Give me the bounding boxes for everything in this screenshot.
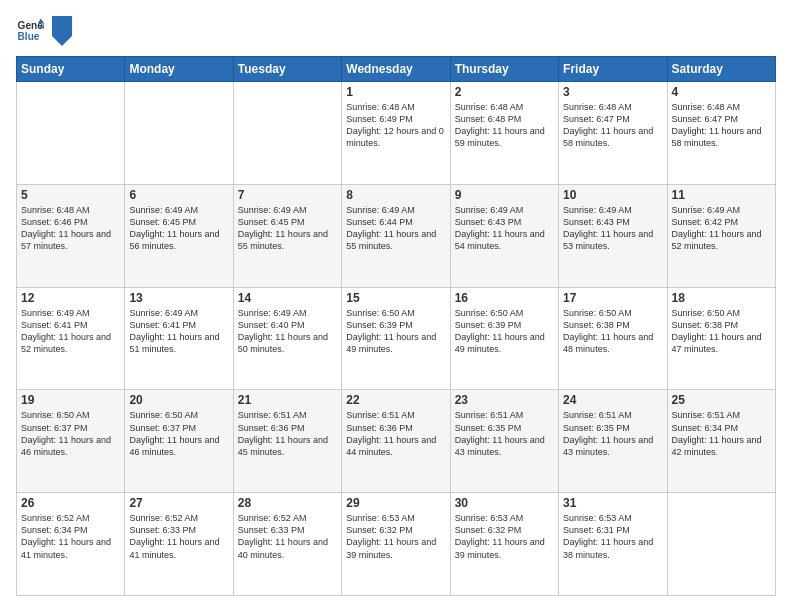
day-number: 19 [21,393,120,407]
logo-icon: General Blue [16,17,44,45]
cell-info: Sunrise: 6:52 AMSunset: 6:33 PMDaylight:… [129,512,228,561]
day-number: 5 [21,188,120,202]
cell-info: Sunrise: 6:51 AMSunset: 6:34 PMDaylight:… [672,409,771,458]
calendar-cell: 20Sunrise: 6:50 AMSunset: 6:37 PMDayligh… [125,390,233,493]
cell-info: Sunrise: 6:49 AMSunset: 6:40 PMDaylight:… [238,307,337,356]
cell-info: Sunrise: 6:49 AMSunset: 6:44 PMDaylight:… [346,204,445,253]
cell-info: Sunrise: 6:51 AMSunset: 6:35 PMDaylight:… [455,409,554,458]
calendar-cell: 29Sunrise: 6:53 AMSunset: 6:32 PMDayligh… [342,493,450,596]
day-number: 14 [238,291,337,305]
day-number: 2 [455,85,554,99]
day-number: 24 [563,393,662,407]
logo: General Blue [16,16,72,46]
day-number: 16 [455,291,554,305]
cell-info: Sunrise: 6:50 AMSunset: 6:39 PMDaylight:… [346,307,445,356]
calendar-cell: 26Sunrise: 6:52 AMSunset: 6:34 PMDayligh… [17,493,125,596]
day-of-week-header: Sunday [17,57,125,82]
day-number: 3 [563,85,662,99]
calendar-cell: 24Sunrise: 6:51 AMSunset: 6:35 PMDayligh… [559,390,667,493]
calendar-cell: 6Sunrise: 6:49 AMSunset: 6:45 PMDaylight… [125,184,233,287]
calendar-cell: 16Sunrise: 6:50 AMSunset: 6:39 PMDayligh… [450,287,558,390]
calendar-cell: 27Sunrise: 6:52 AMSunset: 6:33 PMDayligh… [125,493,233,596]
cell-info: Sunrise: 6:48 AMSunset: 6:47 PMDaylight:… [672,101,771,150]
day-of-week-header: Monday [125,57,233,82]
day-number: 4 [672,85,771,99]
cell-info: Sunrise: 6:53 AMSunset: 6:31 PMDaylight:… [563,512,662,561]
calendar-cell: 5Sunrise: 6:48 AMSunset: 6:46 PMDaylight… [17,184,125,287]
day-of-week-header: Friday [559,57,667,82]
calendar-cell: 1Sunrise: 6:48 AMSunset: 6:49 PMDaylight… [342,82,450,185]
day-number: 18 [672,291,771,305]
cell-info: Sunrise: 6:52 AMSunset: 6:34 PMDaylight:… [21,512,120,561]
calendar-cell: 8Sunrise: 6:49 AMSunset: 6:44 PMDaylight… [342,184,450,287]
day-of-week-header: Thursday [450,57,558,82]
day-number: 1 [346,85,445,99]
cell-info: Sunrise: 6:50 AMSunset: 6:38 PMDaylight:… [672,307,771,356]
cell-info: Sunrise: 6:49 AMSunset: 6:41 PMDaylight:… [21,307,120,356]
day-number: 23 [455,393,554,407]
calendar-cell: 22Sunrise: 6:51 AMSunset: 6:36 PMDayligh… [342,390,450,493]
page: General Blue SundayMondayTuesdayWednesda… [0,0,792,612]
calendar-cell: 28Sunrise: 6:52 AMSunset: 6:33 PMDayligh… [233,493,341,596]
day-of-week-header: Wednesday [342,57,450,82]
calendar-cell: 31Sunrise: 6:53 AMSunset: 6:31 PMDayligh… [559,493,667,596]
day-number: 7 [238,188,337,202]
cell-info: Sunrise: 6:51 AMSunset: 6:36 PMDaylight:… [238,409,337,458]
day-number: 22 [346,393,445,407]
calendar-cell: 12Sunrise: 6:49 AMSunset: 6:41 PMDayligh… [17,287,125,390]
svg-text:Blue: Blue [18,31,40,42]
calendar-cell: 3Sunrise: 6:48 AMSunset: 6:47 PMDaylight… [559,82,667,185]
cell-info: Sunrise: 6:49 AMSunset: 6:43 PMDaylight:… [563,204,662,253]
calendar-cell: 9Sunrise: 6:49 AMSunset: 6:43 PMDaylight… [450,184,558,287]
day-number: 31 [563,496,662,510]
day-number: 20 [129,393,228,407]
day-number: 11 [672,188,771,202]
header: General Blue [16,16,776,46]
calendar-cell [17,82,125,185]
calendar-cell: 19Sunrise: 6:50 AMSunset: 6:37 PMDayligh… [17,390,125,493]
calendar-cell: 4Sunrise: 6:48 AMSunset: 6:47 PMDaylight… [667,82,775,185]
svg-marker-4 [52,16,72,46]
calendar-cell: 21Sunrise: 6:51 AMSunset: 6:36 PMDayligh… [233,390,341,493]
calendar-cell: 11Sunrise: 6:49 AMSunset: 6:42 PMDayligh… [667,184,775,287]
cell-info: Sunrise: 6:49 AMSunset: 6:41 PMDaylight:… [129,307,228,356]
calendar-table: SundayMondayTuesdayWednesdayThursdayFrid… [16,56,776,596]
cell-info: Sunrise: 6:53 AMSunset: 6:32 PMDaylight:… [346,512,445,561]
day-number: 28 [238,496,337,510]
day-number: 21 [238,393,337,407]
logo-arrow-icon [52,16,72,46]
calendar-cell: 30Sunrise: 6:53 AMSunset: 6:32 PMDayligh… [450,493,558,596]
cell-info: Sunrise: 6:49 AMSunset: 6:45 PMDaylight:… [129,204,228,253]
cell-info: Sunrise: 6:50 AMSunset: 6:38 PMDaylight:… [563,307,662,356]
cell-info: Sunrise: 6:52 AMSunset: 6:33 PMDaylight:… [238,512,337,561]
calendar-cell: 2Sunrise: 6:48 AMSunset: 6:48 PMDaylight… [450,82,558,185]
day-number: 9 [455,188,554,202]
calendar-cell: 23Sunrise: 6:51 AMSunset: 6:35 PMDayligh… [450,390,558,493]
calendar-cell: 18Sunrise: 6:50 AMSunset: 6:38 PMDayligh… [667,287,775,390]
day-number: 25 [672,393,771,407]
day-number: 10 [563,188,662,202]
day-number: 26 [21,496,120,510]
calendar-cell [667,493,775,596]
day-number: 12 [21,291,120,305]
cell-info: Sunrise: 6:50 AMSunset: 6:37 PMDaylight:… [129,409,228,458]
cell-info: Sunrise: 6:49 AMSunset: 6:43 PMDaylight:… [455,204,554,253]
calendar-cell: 25Sunrise: 6:51 AMSunset: 6:34 PMDayligh… [667,390,775,493]
calendar-cell: 10Sunrise: 6:49 AMSunset: 6:43 PMDayligh… [559,184,667,287]
day-of-week-header: Saturday [667,57,775,82]
calendar-cell: 13Sunrise: 6:49 AMSunset: 6:41 PMDayligh… [125,287,233,390]
day-number: 17 [563,291,662,305]
cell-info: Sunrise: 6:49 AMSunset: 6:42 PMDaylight:… [672,204,771,253]
day-of-week-header: Tuesday [233,57,341,82]
cell-info: Sunrise: 6:48 AMSunset: 6:48 PMDaylight:… [455,101,554,150]
day-number: 8 [346,188,445,202]
cell-info: Sunrise: 6:49 AMSunset: 6:45 PMDaylight:… [238,204,337,253]
day-number: 27 [129,496,228,510]
day-number: 29 [346,496,445,510]
cell-info: Sunrise: 6:50 AMSunset: 6:37 PMDaylight:… [21,409,120,458]
cell-info: Sunrise: 6:50 AMSunset: 6:39 PMDaylight:… [455,307,554,356]
cell-info: Sunrise: 6:51 AMSunset: 6:35 PMDaylight:… [563,409,662,458]
calendar-cell: 15Sunrise: 6:50 AMSunset: 6:39 PMDayligh… [342,287,450,390]
cell-info: Sunrise: 6:51 AMSunset: 6:36 PMDaylight:… [346,409,445,458]
calendar-cell [233,82,341,185]
